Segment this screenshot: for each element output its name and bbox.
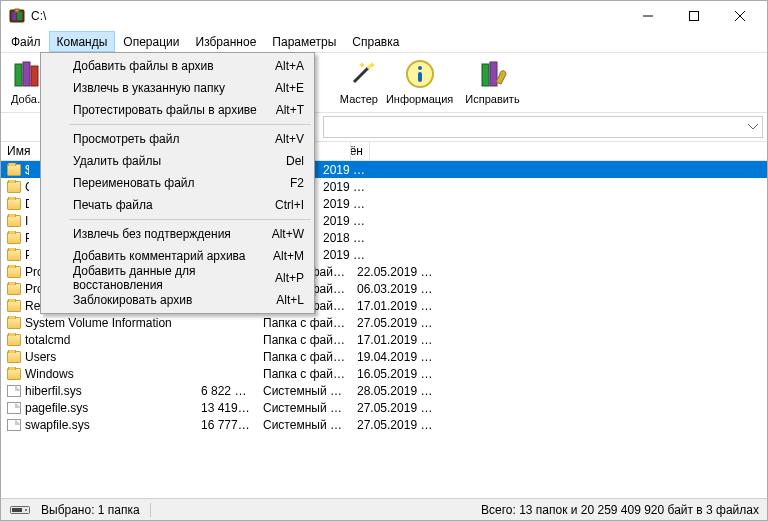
svg-rect-8 bbox=[15, 64, 22, 86]
toolbar-repair-button[interactable]: Исправить bbox=[459, 55, 525, 112]
chevron-down-icon[interactable] bbox=[748, 124, 758, 130]
menu-command-item[interactable]: Извлечь в указанную папкуAlt+E bbox=[43, 77, 312, 99]
svg-rect-9 bbox=[23, 62, 30, 86]
menu-справка[interactable]: Справка bbox=[344, 31, 407, 52]
table-row[interactable]: totalcmdПапка с файл…17.01.2019 … bbox=[1, 331, 767, 348]
title-bar: C:\ bbox=[1, 1, 767, 31]
table-row[interactable]: swapfile.sys16 777 2…Системный ф…27.05.2… bbox=[1, 416, 767, 433]
menu-command-item[interactable]: Протестировать файлы в архивеAlt+T bbox=[43, 99, 312, 121]
menu-операции[interactable]: Операции bbox=[115, 31, 187, 52]
svg-point-14 bbox=[418, 66, 422, 70]
menu-command-item[interactable]: Заблокировать архивAlt+L bbox=[43, 289, 312, 311]
app-icon bbox=[9, 8, 25, 24]
menu-command-item[interactable]: Удалить файлыDel bbox=[43, 150, 312, 172]
svg-rect-10 bbox=[31, 66, 38, 86]
toolbar-wizard-button[interactable]: Мастер bbox=[340, 55, 380, 112]
minimize-button[interactable] bbox=[625, 1, 671, 31]
menu-команды[interactable]: Команды bbox=[49, 31, 116, 52]
status-selection: Выбрано: 1 папка bbox=[41, 503, 140, 517]
folder-icon bbox=[7, 334, 21, 346]
file-icon bbox=[7, 385, 21, 397]
toolbar-repair-label: Исправить bbox=[465, 93, 519, 105]
folder-icon bbox=[7, 249, 21, 261]
column-date[interactable]: нён bbox=[351, 142, 370, 160]
table-row[interactable]: UsersПапка с файл…19.04.2019 … bbox=[1, 348, 767, 365]
toolbar-wizard-label: Мастер bbox=[340, 93, 378, 105]
menu-command-item[interactable]: Переименовать файлF2 bbox=[43, 172, 312, 194]
folder-icon bbox=[7, 181, 21, 193]
folder-icon bbox=[7, 283, 21, 295]
address-bar[interactable] bbox=[323, 116, 763, 138]
books-icon bbox=[11, 58, 43, 90]
window-title: C:\ bbox=[31, 9, 625, 23]
svg-rect-5 bbox=[690, 12, 699, 21]
info-icon bbox=[404, 58, 436, 90]
magic-wand-icon bbox=[346, 58, 378, 90]
toolbar-info-label: Информация bbox=[386, 93, 453, 105]
drive-icon bbox=[9, 504, 31, 516]
folder-icon bbox=[7, 215, 21, 227]
folder-icon bbox=[7, 232, 21, 244]
maximize-button[interactable] bbox=[671, 1, 717, 31]
status-bar: Выбрано: 1 папка Всего: 13 папок и 20 25… bbox=[1, 498, 767, 520]
svg-rect-15 bbox=[418, 72, 422, 82]
table-row[interactable]: WindowsПапка с файл…16.05.2019 … bbox=[1, 365, 767, 382]
toolbar-info-button[interactable]: Информация bbox=[380, 55, 459, 112]
file-icon bbox=[7, 419, 21, 431]
file-icon bbox=[7, 402, 21, 414]
menu-command-item[interactable]: Печать файлаCtrl+I bbox=[43, 194, 312, 216]
svg-rect-16 bbox=[482, 64, 489, 86]
folder-icon bbox=[7, 300, 21, 312]
menu-файл[interactable]: Файл bbox=[3, 31, 49, 52]
table-row[interactable]: pagefile.sys13 419 8…Системный ф…27.05.2… bbox=[1, 399, 767, 416]
folder-icon bbox=[7, 351, 21, 363]
menu-command-item[interactable]: Извлечь без подтвержденияAlt+W bbox=[43, 223, 312, 245]
menu-command-item[interactable]: Добавить данные для восстановленияAlt+P bbox=[43, 267, 312, 289]
menu-bar: ФайлКомандыОперацииИзбранноеПараметрыСпр… bbox=[1, 31, 767, 53]
folder-icon bbox=[7, 266, 21, 278]
commands-menu-dropdown: Добавить файлы в архивAlt+AИзвлечь в ука… bbox=[40, 52, 315, 314]
menu-избранное[interactable]: Избранное bbox=[188, 31, 265, 52]
table-row[interactable]: hiberfil.sys6 822 82…Системный ф…28.05.2… bbox=[1, 382, 767, 399]
folder-icon bbox=[7, 198, 21, 210]
menu-command-item[interactable]: Добавить файлы в архивAlt+A bbox=[43, 55, 312, 77]
folder-icon bbox=[7, 368, 21, 380]
svg-line-11 bbox=[354, 68, 368, 82]
table-row[interactable]: System Volume InformationПапка с файл…27… bbox=[1, 314, 767, 331]
svg-rect-19 bbox=[12, 508, 22, 512]
svg-rect-2 bbox=[17, 12, 22, 20]
svg-rect-1 bbox=[12, 12, 16, 20]
svg-rect-3 bbox=[15, 9, 19, 12]
menu-параметры[interactable]: Параметры bbox=[264, 31, 344, 52]
svg-point-20 bbox=[25, 509, 27, 511]
repair-icon bbox=[476, 58, 508, 90]
close-button[interactable] bbox=[717, 1, 763, 31]
menu-command-item[interactable]: Просмотреть файлAlt+V bbox=[43, 128, 312, 150]
folder-icon bbox=[7, 317, 21, 329]
status-total: Всего: 13 папок и 20 259 409 920 байт в … bbox=[481, 503, 759, 517]
folder-icon bbox=[7, 164, 21, 176]
